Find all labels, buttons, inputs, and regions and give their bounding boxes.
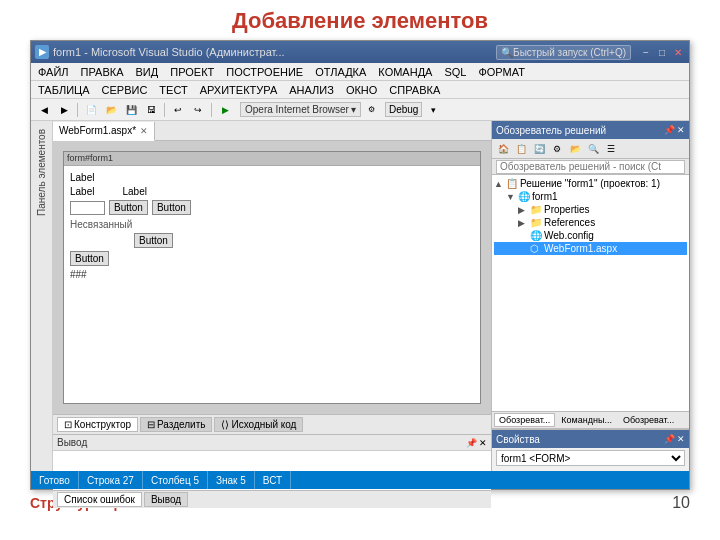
file-open-button[interactable]: 📂 bbox=[102, 101, 120, 119]
search-input[interactable] bbox=[496, 160, 685, 174]
menu-test[interactable]: ТЕСТ bbox=[156, 84, 190, 96]
form-textbox[interactable] bbox=[70, 201, 105, 215]
menu-format[interactable]: ФОРМАТ bbox=[475, 66, 528, 78]
expand-refs-icon: ▶ bbox=[518, 218, 528, 228]
tree-properties[interactable]: ▶ 📁 Properties bbox=[494, 203, 687, 216]
menu-team[interactable]: КОМАНДА bbox=[375, 66, 435, 78]
panel-btn-5[interactable]: 📂 bbox=[567, 141, 583, 157]
pin-props-icon[interactable]: 📌 bbox=[664, 434, 675, 444]
restore-button[interactable]: □ bbox=[655, 45, 669, 59]
properties-select[interactable]: form1 <FORM> bbox=[496, 450, 685, 466]
file-saveall-button[interactable]: 🖫 bbox=[142, 101, 160, 119]
properties-header-btns: 📌 ✕ bbox=[664, 434, 685, 444]
menu-edit[interactable]: ПРАВКА bbox=[78, 66, 127, 78]
search-icon: 🔍 bbox=[501, 47, 513, 58]
panel-btn-2[interactable]: 📋 bbox=[513, 141, 529, 157]
debug-icon[interactable]: ⚙ bbox=[363, 101, 381, 119]
browser-label[interactable]: Opera Internet Browser ▾ bbox=[240, 102, 361, 117]
tree-project[interactable]: ▼ 🌐 form1 bbox=[494, 190, 687, 203]
view-tab-split-label: Разделить bbox=[157, 419, 205, 430]
title-bar-left: ▶ form1 - Microsoft Visual Studio (Админ… bbox=[35, 45, 285, 59]
menu-sql[interactable]: SQL bbox=[441, 66, 469, 78]
quick-launch[interactable]: 🔍 Быстрый запуск (Ctrl+Q) bbox=[496, 45, 631, 60]
menu-window[interactable]: ОКНО bbox=[343, 84, 380, 96]
panel-btn-7[interactable]: ☰ bbox=[603, 141, 619, 157]
properties-body: form1 <FORM> bbox=[492, 448, 689, 468]
debug-dropdown[interactable]: ▾ bbox=[424, 101, 442, 119]
close-output-button[interactable]: ✕ bbox=[479, 438, 487, 448]
tree-webconfig[interactable]: 🌐 Web.config bbox=[494, 229, 687, 242]
close-button[interactable]: ✕ bbox=[671, 45, 685, 59]
menu-build[interactable]: ПОСТРОЕНИЕ bbox=[223, 66, 306, 78]
output-buttons: 📌 ✕ bbox=[466, 438, 487, 448]
toolbar-separator-1 bbox=[77, 103, 78, 117]
form-body: Label Label Label Button Button bbox=[64, 166, 480, 403]
undo-button[interactable]: ↩ bbox=[169, 101, 187, 119]
form-row-6: Button bbox=[70, 251, 474, 266]
redo-button[interactable]: ↪ bbox=[189, 101, 207, 119]
webconfig-label: Web.config bbox=[544, 230, 594, 241]
tab-error-list[interactable]: Список ошибок bbox=[57, 492, 142, 507]
panel-btn-1[interactable]: 🏠 bbox=[495, 141, 511, 157]
tree-solution[interactable]: ▲ 📋 Решение "form1" (проектов: 1) bbox=[494, 177, 687, 190]
menu-bar: ФАЙЛ ПРАВКА ВИД ПРОЕКТ ПОСТРОЕНИЕ ОТЛАДК… bbox=[31, 63, 689, 81]
menu-table[interactable]: ТАБЛИЦА bbox=[35, 84, 93, 96]
pin-panel-icon[interactable]: 📌 bbox=[664, 125, 675, 135]
close-props-button[interactable]: ✕ bbox=[677, 434, 685, 444]
nav-back-button[interactable]: ◀ bbox=[35, 101, 53, 119]
project-label: form1 bbox=[532, 191, 558, 202]
webconfig-icon: 🌐 bbox=[530, 230, 542, 241]
references-icon: 📁 bbox=[530, 217, 542, 228]
form-label-2: Label bbox=[70, 186, 94, 197]
form-button-3[interactable]: Button bbox=[134, 233, 173, 248]
project-icon: 🌐 bbox=[518, 191, 530, 202]
menu-file[interactable]: ФАЙЛ bbox=[35, 66, 72, 78]
file-new-button[interactable]: 📄 bbox=[82, 101, 100, 119]
view-tab-source[interactable]: ⟨⟩ Исходный код bbox=[214, 417, 303, 432]
tab-bar: WebForm1.aspx* ✕ bbox=[53, 121, 491, 141]
menu-tools[interactable]: СЕРВИС bbox=[99, 84, 151, 96]
tree-references[interactable]: ▶ 📁 References bbox=[494, 216, 687, 229]
view-tab-design[interactable]: ⊡ Конструктор bbox=[57, 417, 138, 432]
run-button[interactable]: ▶ bbox=[216, 101, 234, 119]
pin-icon[interactable]: 📌 bbox=[466, 438, 477, 448]
form-row-3: Button Button bbox=[70, 200, 474, 215]
menu-arch[interactable]: АРХИТЕКТУРА bbox=[197, 84, 281, 96]
webform-label: WebForm1.aspx bbox=[544, 243, 617, 254]
debug-select[interactable]: Debug bbox=[385, 102, 422, 117]
vs-window: ▶ form1 - Microsoft Visual Studio (Админ… bbox=[30, 40, 690, 490]
view-tab-split[interactable]: ⊟ Разделить bbox=[140, 417, 212, 432]
form-label-1: Label bbox=[70, 172, 94, 183]
form-button-2[interactable]: Button bbox=[152, 200, 191, 215]
tab-webform[interactable]: WebForm1.aspx* ✕ bbox=[53, 122, 155, 141]
properties-label: Properties bbox=[544, 204, 590, 215]
panel-btn-3[interactable]: 🔄 bbox=[531, 141, 547, 157]
menu-view[interactable]: ВИД bbox=[133, 66, 162, 78]
close-panel-button[interactable]: ✕ bbox=[677, 125, 685, 135]
panel-btn-6[interactable]: 🔍 bbox=[585, 141, 601, 157]
menu-analyze[interactable]: АНАЛИЗ bbox=[286, 84, 337, 96]
form-button-4[interactable]: Button bbox=[70, 251, 109, 266]
form-button-1[interactable]: Button bbox=[109, 200, 148, 215]
menu-debug[interactable]: ОТЛАДКА bbox=[312, 66, 369, 78]
brt-tab-2[interactable]: Командны... bbox=[556, 413, 617, 427]
file-save-button[interactable]: 💾 bbox=[122, 101, 140, 119]
form-row-1: Label bbox=[70, 172, 474, 183]
menu-project[interactable]: ПРОЕКТ bbox=[167, 66, 217, 78]
menu-help[interactable]: СПРАВКА bbox=[386, 84, 443, 96]
form-row-7: ### bbox=[70, 269, 474, 280]
tree-webform1[interactable]: ⬡ WebForm1.aspx bbox=[494, 242, 687, 255]
view-tabs: ⊡ Конструктор ⊟ Разделить ⟨⟩ Исходный ко… bbox=[53, 414, 491, 434]
form-title-bar: form#form1 bbox=[64, 152, 480, 166]
toolbar-separator-2 bbox=[164, 103, 165, 117]
brt-tab-3[interactable]: Обозреват... bbox=[618, 413, 679, 427]
brt-tab-1[interactable]: Обозреват... bbox=[494, 413, 555, 427]
panel-btn-4[interactable]: ⚙ bbox=[549, 141, 565, 157]
tab-output[interactable]: Вывод bbox=[144, 492, 188, 507]
form-row-2: Label Label bbox=[70, 186, 474, 197]
nav-fwd-button[interactable]: ▶ bbox=[55, 101, 73, 119]
source-icon: ⟨⟩ bbox=[221, 419, 229, 430]
minimize-button[interactable]: − bbox=[639, 45, 653, 59]
tab-close-button[interactable]: ✕ bbox=[140, 126, 148, 136]
designer-pane: form#form1 Label Label Label bbox=[53, 141, 491, 414]
